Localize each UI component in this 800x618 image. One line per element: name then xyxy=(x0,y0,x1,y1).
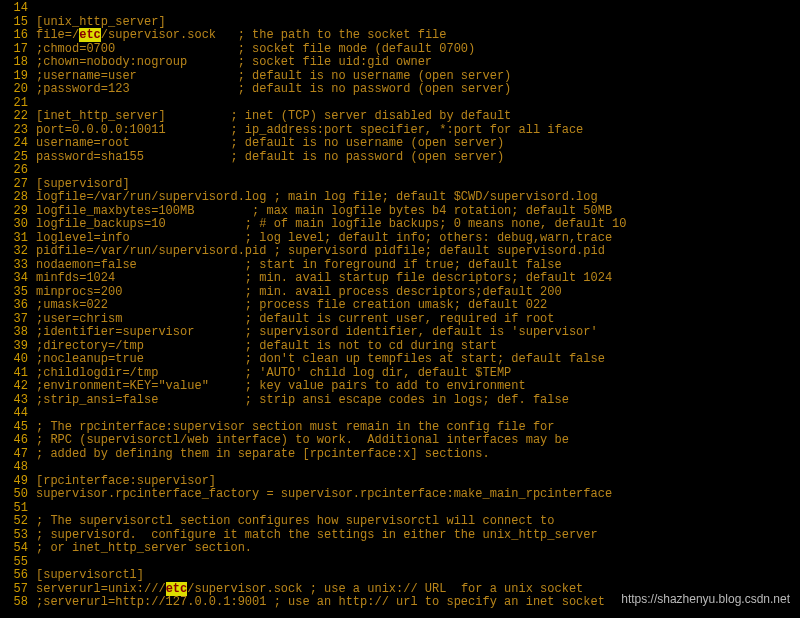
line-content: [supervisord] xyxy=(36,177,130,191)
code-line[interactable]: 50supervisor.rpcinterface_factory = supe… xyxy=(0,488,800,502)
code-line[interactable]: 25password=sha155 ; default is no passwo… xyxy=(0,151,800,165)
line-number: 56 xyxy=(0,569,28,583)
code-line[interactable]: 30logfile_backups=10 ; # of main logfile… xyxy=(0,218,800,232)
line-content: [rpcinterface:supervisor] xyxy=(36,474,216,488)
line-number: 15 xyxy=(0,16,28,30)
code-line[interactable]: 41;childlogdir=/tmp ; 'AUTO' child log d… xyxy=(0,367,800,381)
line-number: 43 xyxy=(0,394,28,408)
code-line[interactable]: 18;chown=nobody:nogroup ; socket file ui… xyxy=(0,56,800,70)
code-line[interactable]: 40;nocleanup=true ; don't clean up tempf… xyxy=(0,353,800,367)
line-content: ;environment=KEY="value" ; key value pai… xyxy=(36,379,526,393)
line-content: minprocs=200 ; min. avail process descri… xyxy=(36,285,562,299)
line-number: 34 xyxy=(0,272,28,286)
line-number: 29 xyxy=(0,205,28,219)
line-content: ;user=chrism ; default is current user, … xyxy=(36,312,554,326)
line-number: 24 xyxy=(0,137,28,151)
line-number: 44 xyxy=(0,407,28,421)
line-number: 46 xyxy=(0,434,28,448)
code-line[interactable]: 33nodaemon=false ; start in foreground i… xyxy=(0,259,800,273)
code-line[interactable]: 37;user=chrism ; default is current user… xyxy=(0,313,800,327)
line-content: ;username=user ; default is no username … xyxy=(36,69,511,83)
code-line[interactable]: 53; supervisord. configure it match the … xyxy=(0,529,800,543)
code-line[interactable]: 46; RPC (supervisorctl/web interface) to… xyxy=(0,434,800,448)
code-line[interactable]: 20;password=123 ; default is no password… xyxy=(0,83,800,97)
line-number: 33 xyxy=(0,259,28,273)
code-line[interactable]: 15[unix_http_server] xyxy=(0,16,800,30)
code-line[interactable]: 54; or inet_http_server section. xyxy=(0,542,800,556)
code-line[interactable]: 22[inet_http_server] ; inet (TCP) server… xyxy=(0,110,800,124)
line-content: ;childlogdir=/tmp ; 'AUTO' child log dir… xyxy=(36,366,511,380)
code-line[interactable]: 39;directory=/tmp ; default is not to cd… xyxy=(0,340,800,354)
line-content: ;directory=/tmp ; default is not to cd d… xyxy=(36,339,497,353)
code-line[interactable]: 44 xyxy=(0,407,800,421)
line-number: 19 xyxy=(0,70,28,84)
search-highlight: etc xyxy=(166,582,188,596)
line-content: ; supervisord. configure it match the se… xyxy=(36,528,598,542)
line-number: 23 xyxy=(0,124,28,138)
code-line[interactable]: 52; The supervisorctl section configures… xyxy=(0,515,800,529)
code-line[interactable]: 16file=/etc/supervisor.sock ; the path t… xyxy=(0,29,800,43)
line-content: ;identifier=supervisor ; supervisord ide… xyxy=(36,325,598,339)
line-content: nodaemon=false ; start in foreground if … xyxy=(36,258,562,272)
line-content: ; The supervisorctl section configures h… xyxy=(36,514,554,528)
code-line[interactable]: 32pidfile=/var/run/supervisord.pid ; sup… xyxy=(0,245,800,259)
line-content: serverurl=unix:///etc/supervisor.sock ; … xyxy=(36,582,583,596)
code-line[interactable]: 51 xyxy=(0,502,800,516)
code-line[interactable]: 35minprocs=200 ; min. avail process desc… xyxy=(0,286,800,300)
line-number: 16 xyxy=(0,29,28,43)
line-content: loglevel=info ; log level; default info;… xyxy=(36,231,612,245)
code-editor[interactable]: 1415[unix_http_server]16file=/etc/superv… xyxy=(0,0,800,612)
code-line[interactable]: 31loglevel=info ; log level; default inf… xyxy=(0,232,800,246)
code-line[interactable]: 23port=0.0.0.0:10011 ; ip_address:port s… xyxy=(0,124,800,138)
line-content: [inet_http_server] ; inet (TCP) server d… xyxy=(36,109,511,123)
line-content: logfile_maxbytes=100MB ; max main logfil… xyxy=(36,204,612,218)
code-line[interactable]: 36;umask=022 ; process file creation uma… xyxy=(0,299,800,313)
line-number: 53 xyxy=(0,529,28,543)
line-content: minfds=1024 ; min. avail startup file de… xyxy=(36,271,612,285)
code-line[interactable]: 56[supervisorctl] xyxy=(0,569,800,583)
code-line[interactable]: 42;environment=KEY="value" ; key value p… xyxy=(0,380,800,394)
line-number: 39 xyxy=(0,340,28,354)
line-number: 48 xyxy=(0,461,28,475)
code-line[interactable]: 38;identifier=supervisor ; supervisord i… xyxy=(0,326,800,340)
code-line[interactable]: 28logfile=/var/run/supervisord.log ; mai… xyxy=(0,191,800,205)
code-line[interactable]: 21 xyxy=(0,97,800,111)
code-line[interactable]: 14 xyxy=(0,2,800,16)
line-number: 17 xyxy=(0,43,28,57)
line-number: 38 xyxy=(0,326,28,340)
code-line[interactable]: 47; added by defining them in separate [… xyxy=(0,448,800,462)
line-number: 40 xyxy=(0,353,28,367)
code-line[interactable]: 45; The rpcinterface:supervisor section … xyxy=(0,421,800,435)
line-number: 57 xyxy=(0,583,28,597)
line-content: ;serverurl=http://127.0.0.1:9001 ; use a… xyxy=(36,595,605,609)
code-line[interactable]: 49[rpcinterface:supervisor] xyxy=(0,475,800,489)
line-content: ;chown=nobody:nogroup ; socket file uid:… xyxy=(36,55,432,69)
line-number: 36 xyxy=(0,299,28,313)
line-number: 35 xyxy=(0,286,28,300)
code-line[interactable]: 29logfile_maxbytes=100MB ; max main logf… xyxy=(0,205,800,219)
code-line[interactable]: 55 xyxy=(0,556,800,570)
code-line[interactable]: 43;strip_ansi=false ; strip ansi escape … xyxy=(0,394,800,408)
code-line[interactable]: 26 xyxy=(0,164,800,178)
code-line[interactable]: 48 xyxy=(0,461,800,475)
code-line[interactable]: 27[supervisord] xyxy=(0,178,800,192)
line-content: ; RPC (supervisorctl/web interface) to w… xyxy=(36,433,569,447)
search-highlight: etc xyxy=(79,28,101,42)
code-line[interactable]: 34minfds=1024 ; min. avail startup file … xyxy=(0,272,800,286)
code-line[interactable]: 17;chmod=0700 ; socket file mode (defaul… xyxy=(0,43,800,57)
line-number: 28 xyxy=(0,191,28,205)
line-content: ; added by defining them in separate [rp… xyxy=(36,447,490,461)
code-line[interactable]: 19;username=user ; default is no usernam… xyxy=(0,70,800,84)
line-number: 14 xyxy=(0,2,28,16)
line-content: file=/etc/supervisor.sock ; the path to … xyxy=(36,28,446,42)
line-number: 26 xyxy=(0,164,28,178)
line-number: 47 xyxy=(0,448,28,462)
code-line[interactable]: 24username=root ; default is no username… xyxy=(0,137,800,151)
line-number: 42 xyxy=(0,380,28,394)
line-number: 20 xyxy=(0,83,28,97)
line-number: 25 xyxy=(0,151,28,165)
line-number: 31 xyxy=(0,232,28,246)
line-content: [unix_http_server] xyxy=(36,15,166,29)
line-content: ;chmod=0700 ; socket file mode (default … xyxy=(36,42,475,56)
line-number: 22 xyxy=(0,110,28,124)
